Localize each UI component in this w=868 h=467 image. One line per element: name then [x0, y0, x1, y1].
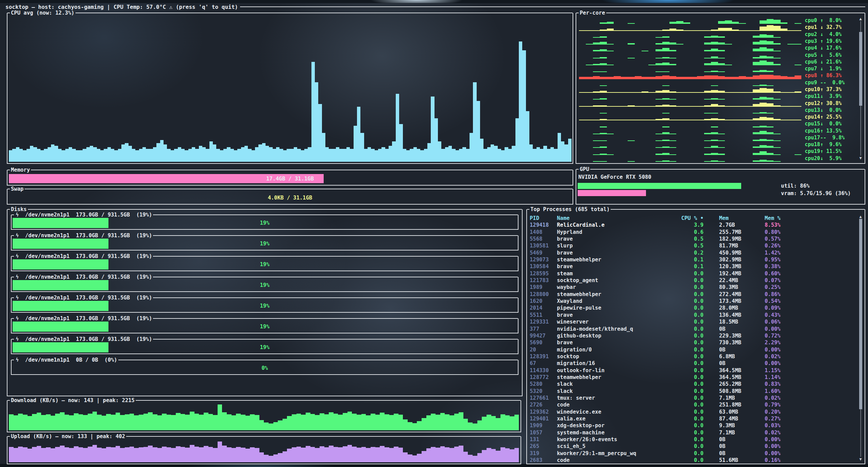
pid-cell: 129362: [530, 409, 557, 415]
process-scrollbar[interactable]: ▲ ▼: [858, 214, 863, 462]
process-row[interactable]: 1408Hyprland0.6255.7MB0.80%: [530, 229, 856, 236]
process-row[interactable]: 129331wineserver0.018.5MB0.06%: [530, 318, 856, 325]
process-row[interactable]: 20migration/00.00B0.00%: [530, 346, 856, 353]
process-row[interactable]: 130584brave0.1120.3MB0.38%: [530, 263, 856, 270]
scroll-down-icon[interactable]: ▼: [859, 457, 862, 462]
cpu-avg-bar: [519, 41, 522, 162]
disk-head-label: /dev/nvme2n1p1 173.0GB / 931.5GB (19%): [25, 274, 152, 280]
core-label: cpu8 ↑ 86.3%: [805, 72, 856, 79]
core-spark-bar: [725, 28, 732, 31]
process-row[interactable]: 1057systemd-machine0.07.1MB0.02%: [530, 429, 856, 436]
download-bar: [463, 419, 468, 430]
column-gap: [703, 388, 719, 395]
processes-title: Top Processes (685 total): [529, 206, 611, 212]
process-row[interactable]: 129418RelicCardinal.e3.92.7GB8.53%: [530, 222, 856, 228]
column-gap: [703, 457, 719, 464]
process-row[interactable]: 2014pipewire-pulse0.028.0MB0.09%: [530, 305, 856, 311]
cpu-avg-bar: [554, 149, 557, 162]
cpu-avg-bar: [410, 149, 413, 162]
process-row[interactable]: 121783socktop_agent0.022.4MB0.07%: [530, 277, 856, 284]
process-row[interactable]: 5511brave0.0136.4MB0.43%: [530, 312, 856, 318]
upload-bar: [120, 448, 125, 462]
process-row[interactable]: 129401xalia.exe0.087.4MB0.27%: [530, 415, 856, 422]
process-row[interactable]: 128772steamwebhelper0.0364.5MB1.14%: [530, 374, 856, 381]
pid-cell: 128800: [530, 291, 557, 298]
process-row[interactable]: 127661tmux: server0.07.1MB0.02%: [530, 395, 856, 401]
process-row[interactable]: 1909xdg-desktop-por0.09.3MB0.03%: [530, 422, 856, 429]
name-cell: brave: [557, 339, 676, 346]
process-row[interactable]: 129073steamwebhelper0.1302.9MB0.95%: [530, 256, 856, 263]
process-row[interactable]: 1989waybar0.080.3MB0.25%: [530, 284, 856, 291]
process-row[interactable]: 128595steam0.0192.4MB0.60%: [530, 270, 856, 277]
column-gap: [703, 346, 719, 353]
process-row[interactable]: 67migration/160.00B0.00%: [530, 360, 856, 367]
process-row[interactable]: 128800steamwebhelper0.0272.4MB0.86%: [530, 291, 856, 298]
cpu-avg-chart: [9, 17, 571, 162]
core-sparkline: [579, 51, 805, 58]
cpu-avg-bar: [533, 149, 536, 162]
pid-cell: 5511: [530, 312, 557, 318]
process-row[interactable]: 319kworker/29:1-mm_percpu_wq0.00B0.00%: [530, 450, 856, 457]
cpu-avg-bar: [213, 144, 216, 162]
core-label: cpu11↓ 3.9%: [805, 93, 856, 99]
core-spark-bar: [635, 76, 642, 79]
process-row[interactable]: 5690brave0.0730.3MB2.29%: [530, 339, 856, 346]
process-row[interactable]: 130581slurp0.581.7MB0.26%: [530, 242, 856, 249]
core-spark-bar: [593, 76, 600, 79]
process-row[interactable]: 114330outlook-for-lin0.0364.5MB1.15%: [530, 367, 856, 374]
column-gap: [703, 277, 719, 284]
process-row[interactable]: 129362winedevice.exe0.063.0MB0.20%: [530, 409, 856, 415]
core-spark-bar: [760, 56, 766, 58]
cpu-avg-bar: [515, 118, 519, 162]
download-bar: [111, 415, 116, 430]
process-row[interactable]: 5469brave0.2450.9MB1.42%: [530, 249, 856, 256]
upload-bar: [278, 453, 283, 462]
process-row[interactable]: 5568brave0.5182.9MB0.57%: [530, 236, 856, 242]
core-sparkline: [579, 93, 805, 100]
mem-cell: 255.7MB: [719, 229, 765, 236]
mem-cell: 173.4MB: [719, 298, 765, 305]
cpu-cell: 0.0: [676, 409, 703, 415]
cpu-avg-bar: [86, 147, 90, 162]
memp-cell: 0.43%: [765, 312, 856, 318]
column-gap: [703, 256, 719, 263]
upload-bar: [69, 448, 74, 462]
process-row[interactable]: 99427github-desktop0.0229.3MB0.72%: [530, 332, 856, 339]
scroll-up-icon[interactable]: ▲: [859, 16, 862, 21]
process-row[interactable]: 377nvidia-modeset/kthread_q0.00B0.00%: [530, 326, 856, 332]
download-bar: [347, 412, 352, 430]
cpu-cell: 0.0: [676, 395, 703, 401]
scroll-down-icon[interactable]: ▼: [859, 156, 862, 160]
memp-cell: 0.00%: [765, 443, 856, 450]
process-row[interactable]: 1620Xwayland0.0173.4MB0.54%: [530, 298, 856, 305]
process-row[interactable]: 131kworker/26:0-events0.00B0.00%: [530, 436, 856, 443]
per-core-scrollbar[interactable]: ▲ ▼: [858, 16, 863, 160]
process-row[interactable]: 265scsi_eh_50.00B0.00%: [530, 443, 856, 450]
cpu-avg-bar: [427, 143, 431, 162]
core-spark-bar: [760, 60, 766, 65]
pid-cell: 130581: [530, 242, 557, 249]
memp-cell: 0.00%: [765, 450, 856, 457]
core-spark-bar: [593, 161, 600, 162]
name-cell: xdg-desktop-por: [557, 422, 676, 429]
download-bar: [227, 414, 232, 430]
scrollbar-thumb[interactable]: [859, 219, 862, 409]
pid-cell: 319: [530, 450, 557, 457]
process-row[interactable]: 5280slack0.0265.2MB0.83%: [530, 381, 856, 387]
pid-cell: 2683: [530, 457, 557, 464]
cpu-cell: 0.0: [676, 443, 703, 450]
name-cell: code: [557, 457, 676, 464]
core-row: cpu0 ↑ 8.0%: [579, 17, 856, 24]
process-row[interactable]: 2683code0.051.6MB0.16%: [530, 457, 856, 464]
scroll-up-icon[interactable]: ▲: [859, 214, 862, 219]
cpu-avg-bar: [445, 147, 448, 162]
core-spark-bar: [711, 104, 718, 107]
name-cell: tmux: server: [557, 395, 676, 401]
process-row[interactable]: 5320slack0.0508.8MB1.60%: [530, 388, 856, 395]
process-row[interactable]: 128391socktop0.06.8MB0.02%: [530, 353, 856, 360]
scrollbar-thumb[interactable]: [859, 32, 862, 106]
upload-bar: [454, 447, 459, 462]
core-label: cpu20↓ 5.9%: [805, 155, 856, 161]
process-row[interactable]: 2726code0.0251.8MB0.79%: [530, 401, 856, 408]
core-row: cpu16↑ 13.5%: [579, 127, 856, 134]
